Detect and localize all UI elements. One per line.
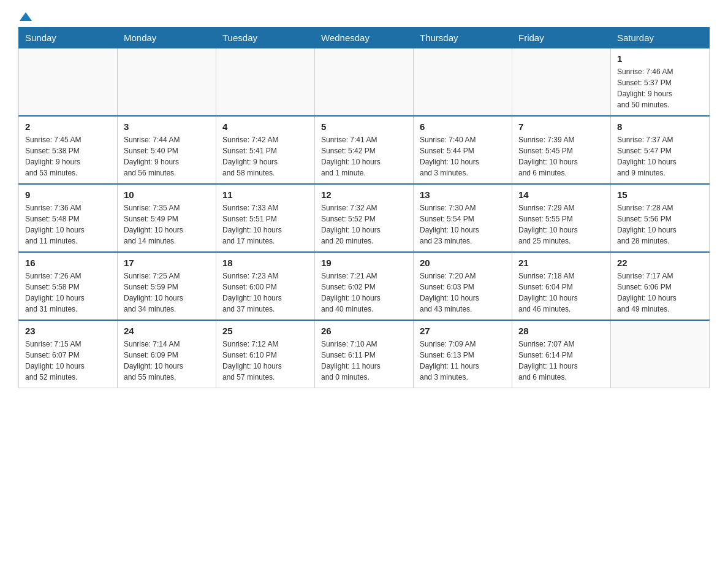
weekday-header-sunday: Sunday [19, 28, 118, 48]
day-info: Sunrise: 7:46 AM Sunset: 5:37 PM Dayligh… [617, 66, 703, 110]
day-number: 24 [124, 326, 210, 336]
day-number: 25 [222, 326, 308, 336]
day-info: Sunrise: 7:20 AM Sunset: 6:03 PM Dayligh… [420, 270, 506, 315]
calendar-cell: 28Sunrise: 7:07 AM Sunset: 6:14 PM Dayli… [512, 320, 611, 388]
calendar-cell: 21Sunrise: 7:18 AM Sunset: 6:04 PM Dayli… [512, 252, 611, 320]
calendar-table: SundayMondayTuesdayWednesdayThursdayFrid… [18, 27, 710, 388]
calendar-week-row: 1Sunrise: 7:46 AM Sunset: 5:37 PM Daylig… [19, 48, 710, 117]
day-info: Sunrise: 7:44 AM Sunset: 5:40 PM Dayligh… [124, 134, 210, 178]
calendar-cell: 13Sunrise: 7:30 AM Sunset: 5:54 PM Dayli… [414, 184, 512, 252]
calendar-cell: 9Sunrise: 7:36 AM Sunset: 5:48 PM Daylig… [19, 184, 118, 252]
day-number: 11 [222, 190, 308, 200]
day-info: Sunrise: 7:37 AM Sunset: 5:47 PM Dayligh… [617, 134, 703, 178]
day-number: 6 [420, 121, 506, 132]
day-info: Sunrise: 7:17 AM Sunset: 6:06 PM Dayligh… [617, 270, 703, 315]
calendar-week-row: 9Sunrise: 7:36 AM Sunset: 5:48 PM Daylig… [19, 184, 710, 252]
calendar-cell: 1Sunrise: 7:46 AM Sunset: 5:37 PM Daylig… [611, 48, 710, 117]
calendar-cell: 6Sunrise: 7:40 AM Sunset: 5:44 PM Daylig… [414, 116, 512, 184]
day-number: 13 [420, 190, 506, 200]
day-number: 9 [25, 190, 111, 200]
day-info: Sunrise: 7:39 AM Sunset: 5:45 PM Dayligh… [518, 134, 604, 178]
day-number: 3 [124, 121, 210, 132]
day-info: Sunrise: 7:09 AM Sunset: 6:13 PM Dayligh… [420, 339, 506, 383]
day-number: 16 [25, 258, 111, 268]
day-info: Sunrise: 7:25 AM Sunset: 5:59 PM Dayligh… [124, 270, 210, 315]
day-number: 8 [617, 121, 703, 132]
day-info: Sunrise: 7:28 AM Sunset: 5:56 PM Dayligh… [617, 202, 703, 247]
calendar-cell [118, 48, 216, 117]
logo [18, 12, 32, 21]
weekday-header-friday: Friday [512, 28, 611, 48]
day-number: 5 [321, 121, 407, 132]
day-number: 17 [124, 258, 210, 268]
calendar-cell: 5Sunrise: 7:41 AM Sunset: 5:42 PM Daylig… [315, 116, 414, 184]
day-info: Sunrise: 7:21 AM Sunset: 6:02 PM Dayligh… [321, 270, 407, 315]
day-info: Sunrise: 7:45 AM Sunset: 5:38 PM Dayligh… [25, 134, 111, 178]
day-number: 12 [321, 190, 407, 200]
day-number: 4 [222, 121, 308, 132]
logo-triangle-icon [20, 12, 32, 21]
day-info: Sunrise: 7:36 AM Sunset: 5:48 PM Dayligh… [25, 202, 111, 247]
calendar-cell [512, 48, 611, 117]
calendar-cell: 22Sunrise: 7:17 AM Sunset: 6:06 PM Dayli… [611, 252, 710, 320]
weekday-header-thursday: Thursday [414, 28, 512, 48]
day-number: 2 [25, 121, 111, 132]
calendar-cell: 24Sunrise: 7:14 AM Sunset: 6:09 PM Dayli… [118, 320, 216, 388]
calendar-cell: 2Sunrise: 7:45 AM Sunset: 5:38 PM Daylig… [19, 116, 118, 184]
day-info: Sunrise: 7:10 AM Sunset: 6:11 PM Dayligh… [321, 339, 407, 383]
day-info: Sunrise: 7:30 AM Sunset: 5:54 PM Dayligh… [420, 202, 506, 247]
day-info: Sunrise: 7:23 AM Sunset: 6:00 PM Dayligh… [222, 270, 308, 315]
calendar-cell: 20Sunrise: 7:20 AM Sunset: 6:03 PM Dayli… [414, 252, 512, 320]
day-info: Sunrise: 7:32 AM Sunset: 5:52 PM Dayligh… [321, 202, 407, 247]
calendar-cell: 19Sunrise: 7:21 AM Sunset: 6:02 PM Dayli… [315, 252, 414, 320]
day-info: Sunrise: 7:41 AM Sunset: 5:42 PM Dayligh… [321, 134, 407, 178]
calendar-cell: 8Sunrise: 7:37 AM Sunset: 5:47 PM Daylig… [611, 116, 710, 184]
day-number: 23 [25, 326, 111, 336]
calendar-cell [315, 48, 414, 117]
day-number: 15 [617, 190, 703, 200]
calendar-cell [611, 320, 710, 388]
calendar-cell: 25Sunrise: 7:12 AM Sunset: 6:10 PM Dayli… [216, 320, 315, 388]
calendar-cell: 3Sunrise: 7:44 AM Sunset: 5:40 PM Daylig… [118, 116, 216, 184]
weekday-header-wednesday: Wednesday [315, 28, 414, 48]
day-number: 28 [518, 326, 604, 336]
calendar-cell: 27Sunrise: 7:09 AM Sunset: 6:13 PM Dayli… [414, 320, 512, 388]
day-info: Sunrise: 7:14 AM Sunset: 6:09 PM Dayligh… [124, 339, 210, 383]
day-number: 18 [222, 258, 308, 268]
calendar-cell: 26Sunrise: 7:10 AM Sunset: 6:11 PM Dayli… [315, 320, 414, 388]
calendar-cell [216, 48, 315, 117]
day-number: 20 [420, 258, 506, 268]
day-info: Sunrise: 7:07 AM Sunset: 6:14 PM Dayligh… [518, 339, 604, 383]
calendar-week-row: 2Sunrise: 7:45 AM Sunset: 5:38 PM Daylig… [19, 116, 710, 184]
page-header [18, 12, 710, 21]
weekday-header-monday: Monday [118, 28, 216, 48]
calendar-cell: 12Sunrise: 7:32 AM Sunset: 5:52 PM Dayli… [315, 184, 414, 252]
day-number: 10 [124, 190, 210, 200]
day-number: 22 [617, 258, 703, 268]
day-number: 19 [321, 258, 407, 268]
calendar-week-row: 23Sunrise: 7:15 AM Sunset: 6:07 PM Dayli… [19, 320, 710, 388]
weekday-header-saturday: Saturday [611, 28, 710, 48]
calendar-cell: 23Sunrise: 7:15 AM Sunset: 6:07 PM Dayli… [19, 320, 118, 388]
weekday-header-tuesday: Tuesday [216, 28, 315, 48]
day-info: Sunrise: 7:18 AM Sunset: 6:04 PM Dayligh… [518, 270, 604, 315]
day-info: Sunrise: 7:26 AM Sunset: 5:58 PM Dayligh… [25, 270, 111, 315]
calendar-cell: 11Sunrise: 7:33 AM Sunset: 5:51 PM Dayli… [216, 184, 315, 252]
calendar-cell [19, 48, 118, 117]
day-number: 21 [518, 258, 604, 268]
day-number: 7 [518, 121, 604, 132]
day-info: Sunrise: 7:40 AM Sunset: 5:44 PM Dayligh… [420, 134, 506, 178]
day-info: Sunrise: 7:15 AM Sunset: 6:07 PM Dayligh… [25, 339, 111, 383]
day-info: Sunrise: 7:42 AM Sunset: 5:41 PM Dayligh… [222, 134, 308, 178]
calendar-header-row: SundayMondayTuesdayWednesdayThursdayFrid… [19, 28, 710, 48]
day-info: Sunrise: 7:33 AM Sunset: 5:51 PM Dayligh… [222, 202, 308, 247]
calendar-cell [414, 48, 512, 117]
calendar-cell: 14Sunrise: 7:29 AM Sunset: 5:55 PM Dayli… [512, 184, 611, 252]
calendar-week-row: 16Sunrise: 7:26 AM Sunset: 5:58 PM Dayli… [19, 252, 710, 320]
day-number: 27 [420, 326, 506, 336]
calendar-cell: 15Sunrise: 7:28 AM Sunset: 5:56 PM Dayli… [611, 184, 710, 252]
day-info: Sunrise: 7:12 AM Sunset: 6:10 PM Dayligh… [222, 339, 308, 383]
calendar-cell: 4Sunrise: 7:42 AM Sunset: 5:41 PM Daylig… [216, 116, 315, 184]
calendar-cell: 7Sunrise: 7:39 AM Sunset: 5:45 PM Daylig… [512, 116, 611, 184]
calendar-cell: 17Sunrise: 7:25 AM Sunset: 5:59 PM Dayli… [118, 252, 216, 320]
